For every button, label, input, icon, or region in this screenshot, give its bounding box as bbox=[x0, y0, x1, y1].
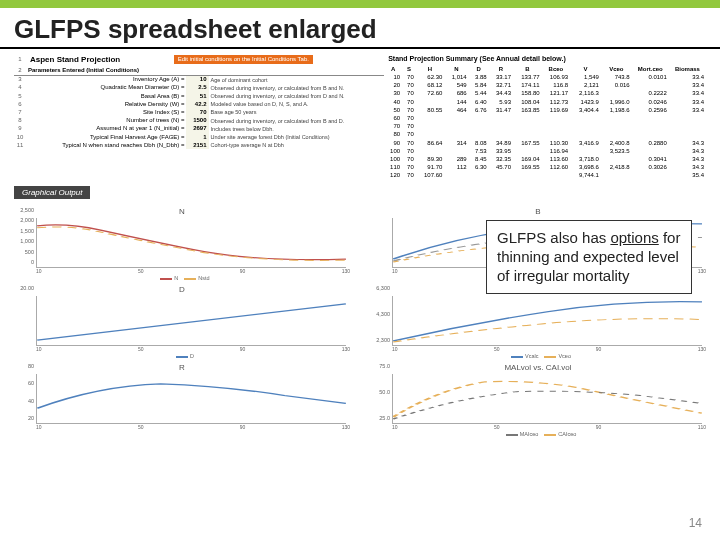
chart-n: N 2,5002,0001,5001,0005000 105090130 NNs… bbox=[14, 207, 350, 279]
callout-box: GLFPS also has options for thinning and … bbox=[486, 220, 692, 294]
param-row: 7Site Index (S) =70Base age 50 years bbox=[14, 109, 384, 117]
chart-d-title: D bbox=[14, 285, 350, 294]
summary-row: 107062.301,0143.8833.17133.77106.931,549… bbox=[384, 74, 706, 82]
chart-d: D 20.00 105090130 D bbox=[14, 285, 350, 357]
spreadsheet-panel: 1Aspen Stand ProjectionEdit initial cond… bbox=[14, 53, 706, 180]
param-row: 9Assumed N at year 1 (N_initial) =2697In… bbox=[14, 125, 384, 133]
param-row: 10Typical Final Harvest Age (FAGE) =1Und… bbox=[14, 133, 384, 141]
callout-text-b: options bbox=[610, 229, 658, 246]
summary-row: 12070107.609,744.135.4 bbox=[384, 172, 706, 180]
graphical-output-dropdown[interactable]: Graphical Output bbox=[14, 186, 90, 199]
accent-bar bbox=[0, 0, 720, 8]
param-row: 11Typical N when stand reaches Dbh (N_Db… bbox=[14, 141, 384, 149]
slide-title: GLFPS spreadsheet enlarged bbox=[0, 8, 720, 49]
chart-maicai: MALvol vs. CAI.vol 75.050.025.0 10509011… bbox=[370, 363, 706, 435]
chart-r: R 80604020 105090130 bbox=[14, 363, 350, 435]
summary-row: 40701446.405.93108.04112.731423.91,996.0… bbox=[384, 98, 706, 106]
summary-header: Stand Projection Summary (See Annual det… bbox=[384, 53, 706, 65]
params-header: Parameters Entered (Initial Conditions) bbox=[26, 67, 384, 76]
summary-row: 100707.5333.95116.943,523.534.3 bbox=[384, 147, 706, 155]
page-number: 14 bbox=[689, 516, 702, 530]
summary-row: 307072.606865.4434.43158.80121.172,116.3… bbox=[384, 90, 706, 98]
param-row: 4Quadratic Mean Diameter (D) =2.5Observe… bbox=[14, 84, 384, 92]
summary-row: 907086.643148.0834.89167.55110.303,416.9… bbox=[384, 139, 706, 147]
summary-row: 1007089.302898.4532.35169.04113.603,718.… bbox=[384, 155, 706, 163]
parameters-block: 1Aspen Stand ProjectionEdit initial cond… bbox=[14, 53, 384, 180]
summary-row: 207068.125495.8432.71174.11116.82,1210.0… bbox=[384, 82, 706, 90]
chart-r-title: R bbox=[14, 363, 350, 372]
aspen-header: Aspen Stand Projection bbox=[26, 53, 172, 67]
param-row: 6Relative Density (W) =42.2Modeled value… bbox=[14, 100, 384, 108]
summary-table: ASHNDRBBceoVVceoMort.ceoBiomass107062.30… bbox=[384, 65, 706, 180]
chart-m-title: MALvol vs. CAI.vol bbox=[370, 363, 706, 372]
summary-row: 7070 bbox=[384, 123, 706, 131]
summary-row: 8070 bbox=[384, 131, 706, 139]
chart-n-title: N bbox=[14, 207, 350, 216]
param-row: 3Inventory Age (A) =10Age of dominant co… bbox=[14, 76, 384, 84]
summary-row: 507080.554646.7631.47163.85119.693,404.4… bbox=[384, 106, 706, 114]
param-row: 8Number of trees (N) =1500Observed durin… bbox=[14, 117, 384, 125]
summary-row: 1107091.701126.3045.70169.55112.603,698.… bbox=[384, 164, 706, 172]
summary-row: 6070 bbox=[384, 115, 706, 123]
parameter-table: 3Inventory Age (A) =10Age of dominant co… bbox=[14, 76, 384, 150]
chart-b-title: B bbox=[370, 207, 706, 216]
edit-note: Edit initial conditions on the Initial C… bbox=[174, 55, 313, 64]
param-row: 5Basal Area (B) =51Observed during inven… bbox=[14, 92, 384, 100]
chart-v: V 6,3004,3002,300 105090130 VcalcVceo bbox=[370, 285, 706, 357]
callout-text-a: GLFPS also has bbox=[497, 229, 610, 246]
summary-block: Stand Projection Summary (See Annual det… bbox=[384, 53, 706, 180]
